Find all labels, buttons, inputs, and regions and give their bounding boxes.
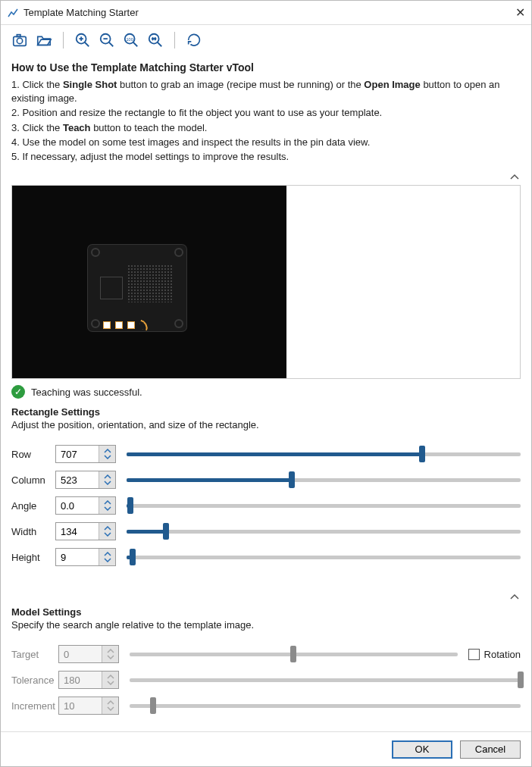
angle-spinner (55, 496, 116, 515)
toolbar-separator (63, 32, 64, 49)
tolerance-spinner (58, 671, 119, 689)
zoom-fit-button[interactable] (146, 30, 165, 50)
status-text: Teaching was successful. (31, 387, 142, 398)
width-slider[interactable] (127, 522, 521, 540)
zoom-in-button[interactable] (73, 30, 92, 50)
height-label: Height (11, 552, 55, 563)
target-input (59, 646, 102, 662)
svg-line-11 (133, 42, 138, 47)
angle-slider[interactable] (127, 496, 521, 515)
instr-bold: Single Shot (63, 79, 117, 90)
instr-text: 2. Position and resize the rectangle to … (11, 106, 521, 120)
instr-text: 1. Click the (11, 79, 63, 90)
width-param: Width (11, 518, 521, 544)
rotation-label: Rotation (484, 649, 521, 660)
increment-spin-buttons (102, 697, 118, 714)
model-settings-desc: Specify the search angle relative to the… (11, 619, 521, 631)
single-shot-button[interactable] (10, 30, 30, 50)
svg-rect-2 (17, 35, 20, 37)
svg-line-8 (109, 42, 114, 47)
column-slider[interactable] (127, 471, 521, 489)
instr-text: 3. Click the (11, 122, 63, 133)
row-spin-buttons[interactable] (99, 446, 115, 462)
rectangle-settings-desc: Adjust the position, orientation, and si… (11, 419, 521, 430)
row-label: Row (11, 449, 55, 460)
row-spinner (55, 445, 116, 463)
window-title: Template Matching Starter (23, 7, 501, 18)
chevron-up-icon[interactable] (509, 591, 521, 603)
angle-param: Angle (11, 493, 521, 518)
instr-text: 5. If necessary, adjust the model settin… (11, 150, 521, 164)
height-param: Height (11, 544, 521, 570)
instr-text: button to teach the model. (91, 122, 208, 133)
pcb-object (88, 245, 186, 331)
target-param: Target Rotation (11, 641, 521, 667)
close-button[interactable]: ✕ (501, 5, 525, 20)
svg-text:100: 100 (127, 37, 133, 42)
chevron-up-icon[interactable] (509, 171, 521, 183)
titlebar: Template Matching Starter ✕ (1, 1, 531, 25)
row-param: Row (11, 441, 521, 467)
svg-line-4 (85, 42, 89, 47)
teach-button[interactable] (184, 30, 204, 50)
rotation-checkbox-group: Rotation (468, 649, 521, 660)
increment-slider (130, 697, 521, 715)
status-row: ✓ Teaching was successful. (11, 385, 521, 399)
content-area: How to Use the Template Matching Starter… (1, 52, 531, 731)
tolerance-label: Tolerance (11, 675, 58, 686)
height-slider[interactable] (127, 548, 521, 566)
height-input[interactable] (56, 549, 99, 565)
rotation-checkbox[interactable] (468, 649, 480, 660)
instr-bold: Teach (63, 122, 91, 133)
increment-label: Increment (11, 700, 58, 712)
column-param: Column (11, 467, 521, 493)
toolbar: 100 (1, 25, 531, 52)
target-spin-buttons (102, 646, 118, 662)
angle-input[interactable] (56, 497, 99, 514)
image-preview-panel (11, 185, 521, 379)
tolerance-input (59, 672, 102, 688)
height-spinner (55, 548, 116, 566)
target-label: Target (11, 649, 58, 660)
height-spin-buttons[interactable] (99, 549, 115, 565)
toolbar-separator (174, 32, 175, 49)
angle-label: Angle (11, 500, 55, 512)
tolerance-param: Tolerance (11, 667, 521, 693)
instructions: 1. Click the Single Shot button to grab … (11, 78, 521, 164)
column-label: Column (11, 474, 55, 486)
column-spin-buttons[interactable] (99, 471, 115, 488)
dialog-footer: OK Cancel (1, 731, 531, 766)
increment-param: Increment (11, 693, 521, 718)
instr-bold: Open Image (364, 79, 420, 90)
column-spinner (55, 471, 116, 489)
rectangle-settings-heading: Rectangle Settings (11, 406, 521, 418)
increment-spinner (58, 697, 119, 715)
cancel-button[interactable]: Cancel (460, 740, 521, 759)
increment-input (59, 697, 102, 714)
target-slider (130, 645, 458, 663)
column-input[interactable] (56, 471, 99, 488)
open-image-button[interactable] (34, 30, 54, 50)
zoom-100-button[interactable]: 100 (121, 30, 141, 50)
model-settings-heading: Model Settings (11, 606, 521, 618)
instr-text: 4. Use the model on some test images and… (11, 136, 521, 149)
selection-rectangle[interactable] (103, 321, 149, 330)
row-slider[interactable] (127, 445, 521, 463)
tolerance-slider (130, 671, 521, 689)
width-input[interactable] (56, 523, 99, 540)
app-icon (7, 7, 19, 19)
target-spinner (58, 645, 119, 663)
row-input[interactable] (56, 446, 99, 462)
width-label: Width (11, 526, 55, 537)
ok-button[interactable]: OK (392, 740, 452, 759)
svg-point-1 (17, 38, 22, 43)
tolerance-spin-buttons (102, 672, 118, 688)
zoom-out-button[interactable] (97, 30, 117, 50)
angle-spin-buttons[interactable] (99, 497, 115, 514)
instr-text: button to grab an image (recipe must be … (117, 79, 364, 90)
svg-line-14 (158, 42, 162, 47)
image-display[interactable] (12, 186, 286, 378)
width-spin-buttons[interactable] (99, 523, 115, 540)
howto-heading: How to Use the Template Matching Starter… (11, 61, 521, 74)
success-icon: ✓ (11, 385, 25, 399)
